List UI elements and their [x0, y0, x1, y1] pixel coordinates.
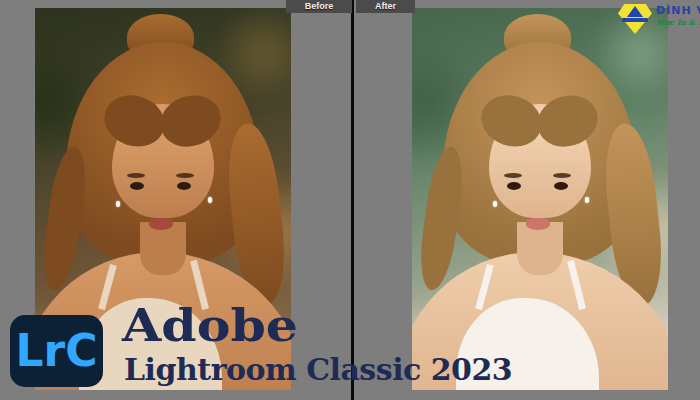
promo-canvas: Before After LrC Adobe Lightroom Classic… [0, 0, 700, 400]
figure-eyebrow [127, 173, 145, 178]
before-after-divider [351, 0, 354, 400]
figure-eyebrow [504, 173, 522, 178]
tab-before[interactable]: Before [286, 0, 352, 13]
figure-lips [526, 218, 550, 229]
tab-after[interactable]: After [356, 0, 415, 13]
figure-earring [493, 201, 498, 207]
brand-title: Adobe [122, 304, 298, 348]
gem-band [622, 18, 648, 22]
after-photo [412, 8, 668, 390]
lightroom-classic-app-icon: LrC [10, 315, 103, 387]
diamond-gem-icon [618, 4, 652, 34]
watermark-text: ĐÌNH VÀNG Mực In & Máy Tính [656, 4, 700, 27]
figure-earring [116, 201, 121, 207]
brand-subtitle: Lightroom Classic 2023 [124, 352, 512, 388]
figure-neck [517, 222, 563, 275]
figure-eyebrow [553, 173, 571, 178]
figure-lips [149, 218, 173, 229]
figure-neck [140, 222, 186, 275]
watermark-logo: ĐÌNH VÀNG Mực In & Máy Tính [618, 4, 700, 34]
lrc-icon-label: LrC [15, 329, 97, 373]
figure-eyebrow [176, 173, 194, 178]
watermark-tagline: Mực In & Máy Tính [656, 18, 700, 27]
watermark-name: ĐÌNH VÀNG [656, 4, 700, 18]
